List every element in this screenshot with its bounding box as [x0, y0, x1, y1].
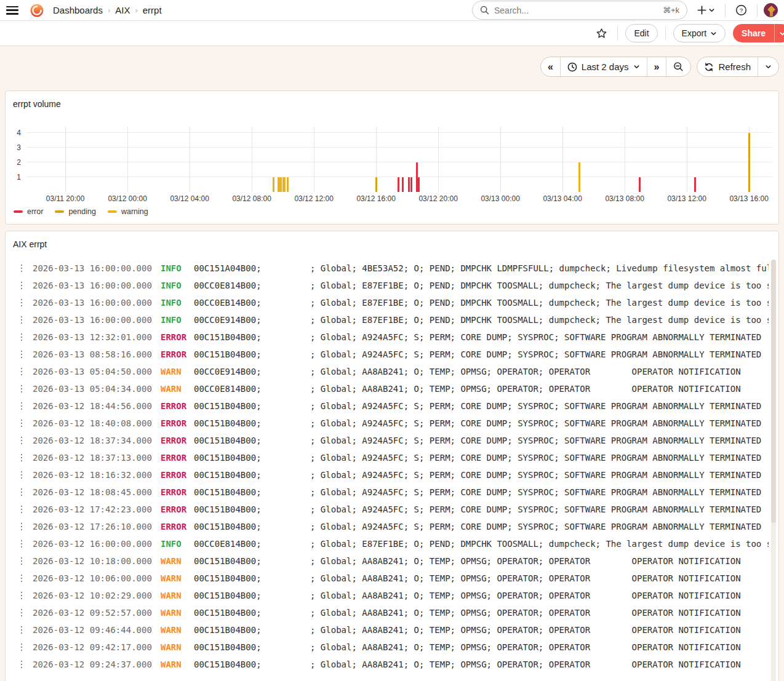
refresh-interval-button[interactable]	[758, 57, 778, 76]
log-row[interactable]: 2026-03-12 18:16:32.000 ERROR 00C151B04B…	[6, 466, 769, 484]
log-row[interactable]: 2026-03-12 18:37:13.000 ERROR 00C151B04B…	[6, 449, 769, 466]
log-row[interactable]: 2026-03-12 10:18:00.000 WARN 00C151B04B0…	[6, 552, 769, 570]
row-menu-icon[interactable]	[18, 385, 25, 393]
log-row[interactable]: 2026-03-12 17:26:10.000 ERROR 00C151B04B…	[6, 518, 769, 535]
logs-scrollbar[interactable]	[771, 260, 776, 681]
error-bar[interactable]	[398, 177, 399, 192]
refresh-button[interactable]: Refresh	[697, 57, 758, 76]
log-row[interactable]: 2026-03-12 09:52:57.000 WARN 00C151B04B0…	[6, 604, 769, 621]
legend-item-error[interactable]: error	[14, 207, 43, 216]
row-menu-icon[interactable]	[18, 488, 25, 496]
row-menu-icon[interactable]	[18, 523, 25, 531]
chevron-down-icon	[633, 63, 640, 70]
warning-bar[interactable]	[280, 177, 282, 192]
breadcrumb-errpt[interactable]: errpt	[143, 5, 162, 15]
user-avatar[interactable]	[764, 3, 778, 17]
warning-bar[interactable]	[284, 177, 286, 192]
legend-item-pending[interactable]: pending	[55, 207, 96, 216]
row-menu-icon[interactable]	[18, 506, 25, 514]
row-menu-icon[interactable]	[18, 626, 25, 634]
row-menu-icon[interactable]	[18, 471, 25, 479]
row-menu-icon[interactable]	[18, 402, 25, 410]
row-menu-icon[interactable]	[18, 333, 25, 341]
time-range-label: Last 2 days	[582, 62, 629, 72]
header-divider	[757, 4, 758, 17]
row-menu-icon[interactable]	[18, 282, 25, 290]
row-menu-icon[interactable]	[18, 540, 25, 548]
warning-bar[interactable]	[287, 177, 289, 192]
log-row[interactable]: 2026-03-12 18:44:56.000 ERROR 00C151B04B…	[6, 397, 769, 415]
row-menu-icon[interactable]	[18, 557, 25, 565]
panel-title[interactable]: AIX errpt	[6, 231, 778, 249]
help-button[interactable]: ?	[732, 2, 751, 18]
log-resource-id: 00C151B04B00;	[194, 470, 310, 480]
panel-title[interactable]: errpt volume	[6, 91, 778, 109]
error-bar[interactable]	[402, 177, 404, 192]
time-zoom-out-button[interactable]	[666, 57, 690, 76]
error-bar[interactable]	[418, 177, 420, 192]
warning-bar[interactable]	[578, 162, 580, 192]
log-timestamp: 2026-03-12 18:37:13.000	[33, 453, 153, 463]
row-menu-icon[interactable]	[18, 265, 25, 273]
log-row[interactable]: 2026-03-12 09:24:37.000 WARN 00C151B04B0…	[6, 656, 769, 673]
row-menu-icon[interactable]	[18, 299, 25, 307]
grafana-logo-icon[interactable]	[30, 3, 44, 18]
pending-bar[interactable]	[375, 177, 377, 192]
menu-icon[interactable]	[6, 6, 18, 15]
y-axis-tick: 3	[17, 143, 21, 152]
log-row[interactable]: 2026-03-12 16:00:00.000 INFO 00CC0E814B0…	[6, 535, 769, 552]
log-row[interactable]: 2026-03-13 12:32:01.000 ERROR 00C151B04B…	[6, 329, 769, 346]
row-menu-icon[interactable]	[18, 592, 25, 600]
log-row[interactable]: 2026-03-12 09:42:17.000 WARN 00C151B04B0…	[6, 639, 769, 656]
share-button[interactable]: Share	[733, 24, 774, 42]
breadcrumb-dashboards[interactable]: Dashboards	[53, 5, 103, 15]
log-resource-id: 00CC0E814B00;	[194, 384, 310, 394]
error-bar[interactable]	[694, 177, 696, 192]
log-row[interactable]: 2026-03-13 16:00:00.000 INFO 00CC0E814B0…	[6, 277, 769, 294]
row-menu-icon[interactable]	[18, 609, 25, 617]
log-row[interactable]: 2026-03-13 05:04:34.000 WARN 00CC0E814B0…	[6, 380, 769, 397]
log-row[interactable]: 2026-03-12 18:37:34.000 ERROR 00C151B04B…	[6, 432, 769, 449]
warning-bar[interactable]	[273, 177, 274, 192]
log-resource-id: 00C151B04B00;	[194, 504, 310, 514]
log-row[interactable]: 2026-03-13 16:00:00.000 INFO 00CC0EB14B0…	[6, 294, 769, 311]
log-row[interactable]: 2026-03-12 18:40:08.000 ERROR 00C151B04B…	[6, 415, 769, 432]
row-menu-icon[interactable]	[18, 575, 25, 583]
log-row[interactable]: 2026-03-13 16:00:00.000 INFO 00C151A04B0…	[6, 260, 769, 277]
pending-bar[interactable]	[748, 133, 750, 192]
legend-item-warning[interactable]: warning	[108, 207, 148, 216]
error-bar[interactable]	[639, 177, 641, 192]
row-menu-icon[interactable]	[18, 437, 25, 445]
row-menu-icon[interactable]	[18, 420, 25, 428]
favorite-button[interactable]	[593, 28, 610, 39]
log-row[interactable]: 2026-03-13 08:58:16.000 ERROR 00C151B04B…	[6, 346, 769, 363]
log-row[interactable]: 2026-03-12 09:46:44.000 WARN 00C151B04B0…	[6, 621, 769, 639]
toolbar-divider	[665, 26, 666, 40]
log-row[interactable]: 2026-03-12 10:02:29.000 WARN 00C151B04B0…	[6, 587, 769, 604]
log-row[interactable]: 2026-03-13 16:00:00.000 INFO 00CC0E914B0…	[6, 311, 769, 329]
row-menu-icon[interactable]	[18, 368, 25, 376]
log-row[interactable]: 2026-03-12 18:08:45.000 ERROR 00C151B04B…	[6, 484, 769, 501]
row-menu-icon[interactable]	[18, 351, 25, 359]
log-row[interactable]: 2026-03-12 17:42:23.000 ERROR 00C151B04B…	[6, 501, 769, 518]
export-button[interactable]: Export	[673, 24, 726, 42]
search-shortcut: ⌘+k	[663, 6, 679, 15]
log-resource-id: 00C151B04B00;	[194, 349, 310, 359]
breadcrumb-aix[interactable]: AIX	[115, 5, 130, 15]
share-menu-button[interactable]	[774, 24, 784, 42]
new-button[interactable]	[694, 3, 719, 17]
log-row[interactable]: 2026-03-13 05:04:50.000 WARN 00CC0E914B0…	[6, 363, 769, 380]
errpt-volume-plot[interactable]: 123403/11 20:0003/12 00:0003/12 04:0003/…	[26, 127, 772, 192]
time-range-picker[interactable]: Last 2 days	[560, 57, 647, 76]
row-menu-icon[interactable]	[18, 661, 25, 669]
row-menu-icon[interactable]	[18, 454, 25, 462]
row-menu-icon[interactable]	[18, 316, 25, 324]
log-row[interactable]: 2026-03-12 10:06:00.000 WARN 00C151B04B0…	[6, 570, 769, 587]
edit-button[interactable]: Edit	[625, 24, 657, 42]
error-bar[interactable]	[410, 177, 412, 192]
search-input[interactable]: Search... ⌘+k	[472, 1, 687, 20]
time-shift-forward-button[interactable]: »	[647, 57, 666, 76]
row-menu-icon[interactable]	[18, 643, 25, 651]
gridline	[687, 127, 687, 192]
time-shift-back-button[interactable]: «	[541, 57, 560, 76]
